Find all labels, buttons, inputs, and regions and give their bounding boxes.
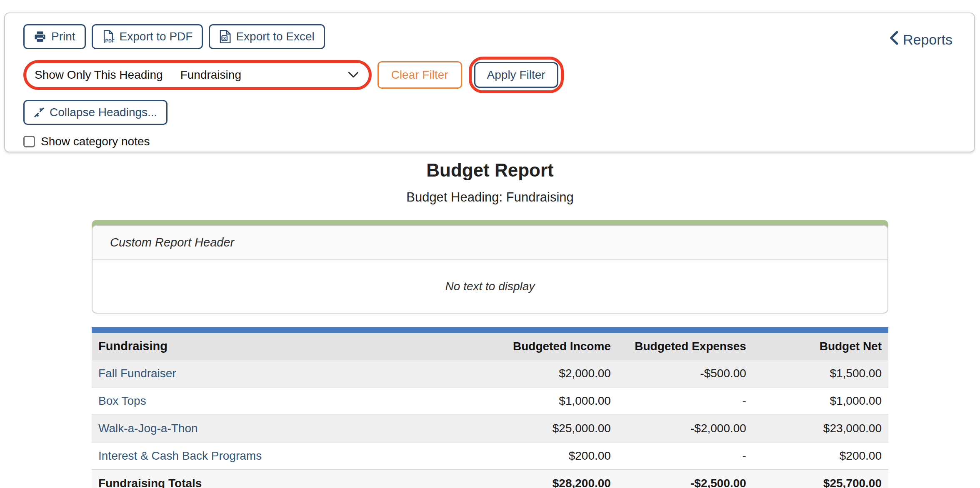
income-cell: $2,000.00 xyxy=(482,360,618,387)
collapse-headings-button[interactable]: Collapse Headings... xyxy=(23,100,168,125)
chevron-down-icon xyxy=(348,68,359,82)
report-subtitle: Budget Heading: Fundraising xyxy=(0,190,980,205)
heading-filter-label: Show Only This Heading xyxy=(35,68,163,82)
print-label: Print xyxy=(51,30,75,43)
reports-back-link[interactable]: Reports xyxy=(889,31,952,48)
reports-link-label: Reports xyxy=(903,32,952,48)
page: Print PDF Export to PDF xyxy=(0,0,980,488)
net-cell: $23,000.00 xyxy=(753,415,888,442)
expenses-cell: -$500.00 xyxy=(618,360,753,387)
net-cell: $1,000.00 xyxy=(753,387,888,415)
excel-file-icon: x xyxy=(219,30,231,43)
col-header-heading: Fundraising xyxy=(92,333,482,360)
pdf-file-icon: PDF xyxy=(102,30,115,43)
report-title: Budget Report xyxy=(0,160,980,181)
apply-filter-button[interactable]: Apply Filter xyxy=(474,62,558,88)
export-pdf-button[interactable]: PDF Export to PDF xyxy=(92,24,203,49)
export-pdf-label: Export to PDF xyxy=(120,30,193,43)
collapse-row: Collapse Headings... xyxy=(23,100,956,125)
heading-select[interactable]: Fundraising xyxy=(178,67,361,83)
totals-row: Fundraising Totals $28,200.00 -$2,500.00… xyxy=(92,470,888,488)
print-icon xyxy=(34,30,46,43)
apply-filter-annotation: Apply Filter xyxy=(469,57,564,93)
net-cell: $200.00 xyxy=(753,442,888,470)
report-controls-card: Print PDF Export to PDF xyxy=(4,12,975,152)
col-header-budgeted-expenses: Budgeted Expenses xyxy=(618,333,753,360)
col-header-budget-net: Budget Net xyxy=(753,333,888,360)
chevron-left-icon xyxy=(889,31,899,48)
expenses-cell: -$2,000.00 xyxy=(618,415,753,442)
budget-table: Fundraising Budgeted Income Budgeted Exp… xyxy=(92,333,888,488)
show-notes-row: Show category notes xyxy=(23,135,956,148)
svg-text:PDF: PDF xyxy=(105,38,114,43)
heading-filter-annotation: Show Only This Heading Fundraising xyxy=(23,60,372,90)
totals-net-cell: $25,700.00 xyxy=(753,470,888,488)
table-row: Interest & Cash Back Programs $200.00 - … xyxy=(92,442,888,470)
table-row: Box Tops $1,000.00 - $1,000.00 xyxy=(92,387,888,415)
category-link[interactable]: Fall Fundraiser xyxy=(98,367,176,380)
collapse-headings-label: Collapse Headings... xyxy=(50,106,157,119)
category-link[interactable]: Walk-a-Jog-a-Thon xyxy=(98,422,198,435)
expenses-cell: - xyxy=(618,387,753,415)
show-notes-checkbox[interactable] xyxy=(23,136,35,147)
income-cell: $200.00 xyxy=(482,442,618,470)
table-top-bar xyxy=(92,327,888,333)
table-row: Fall Fundraiser $2,000.00 -$500.00 $1,50… xyxy=(92,360,888,387)
custom-header-body: No text to display xyxy=(92,260,888,313)
report-body: Budget Report Budget Heading: Fundraisin… xyxy=(0,153,980,488)
export-excel-button[interactable]: x Export to Excel xyxy=(209,24,325,49)
custom-header-title: Custom Report Header xyxy=(92,226,888,260)
custom-report-header-box: Custom Report Header No text to display xyxy=(92,220,888,314)
show-notes-label: Show category notes xyxy=(41,135,150,148)
net-cell: $1,500.00 xyxy=(753,360,888,387)
category-link[interactable]: Box Tops xyxy=(98,394,146,407)
collapse-icon xyxy=(34,107,45,118)
filter-row: Show Only This Heading Fundraising Clear… xyxy=(23,57,956,93)
income-cell: $1,000.00 xyxy=(482,387,618,415)
totals-expenses-cell: -$2,500.00 xyxy=(618,470,753,488)
toolbar: Print PDF Export to PDF xyxy=(23,24,956,49)
totals-income-cell: $28,200.00 xyxy=(482,470,618,488)
custom-header-panel: Custom Report Header No text to display xyxy=(92,225,888,314)
export-excel-label: Export to Excel xyxy=(236,30,314,43)
clear-filter-button[interactable]: Clear Filter xyxy=(378,61,462,89)
totals-label: Fundraising Totals xyxy=(92,470,482,488)
col-header-budgeted-income: Budgeted Income xyxy=(482,333,618,360)
expenses-cell: - xyxy=(618,442,753,470)
category-link[interactable]: Interest & Cash Back Programs xyxy=(98,449,262,462)
income-cell: $25,000.00 xyxy=(482,415,618,442)
print-button[interactable]: Print xyxy=(23,24,86,49)
heading-select-value: Fundraising xyxy=(180,68,241,82)
svg-text:x: x xyxy=(223,35,226,41)
table-header-row: Fundraising Budgeted Income Budgeted Exp… xyxy=(92,333,888,360)
budget-table-section: Fundraising Budgeted Income Budgeted Exp… xyxy=(92,327,888,488)
table-row: Walk-a-Jog-a-Thon $25,000.00 -$2,000.00 … xyxy=(92,415,888,442)
